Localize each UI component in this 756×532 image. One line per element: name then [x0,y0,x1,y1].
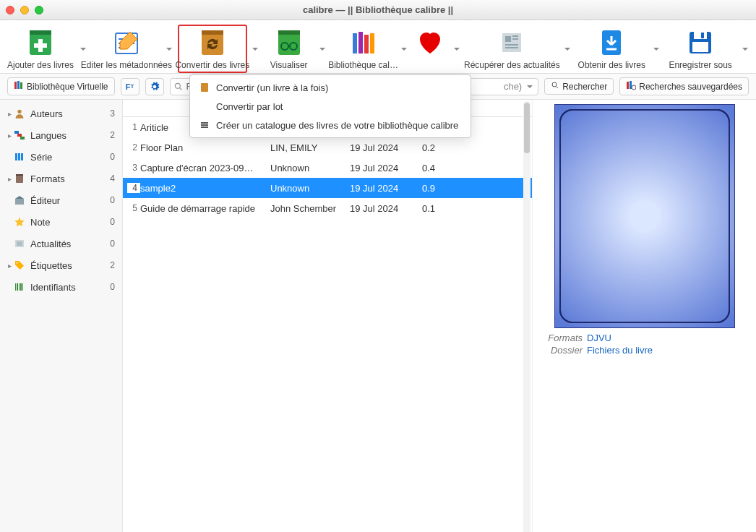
book-size: 0.9 [422,183,451,194]
edit-metadata-button[interactable]: Editer les métadonnées [92,25,161,73]
svg-rect-61 [201,83,208,92]
virtual-library-button[interactable]: Bibliothèque Virtuelle [7,77,115,95]
dossier-label: Dossier [543,345,583,356]
flags-icon [13,129,26,142]
star-icon [13,215,26,228]
book-date: 19 Jul 2024 [350,183,422,194]
scrollbar-thumb[interactable] [524,103,530,153]
formats-value[interactable]: DJVU [587,332,611,343]
virtual-library-label: Bibliothèque Virtuelle [27,82,108,92]
fetch-news-caret[interactable] [562,25,572,73]
sidebar-item-identifiants[interactable]: Identifiants 0 [0,276,122,298]
chevron-right-icon: ▸ [6,262,13,270]
book-row[interactable]: 5Guide de démarrage rapideJohn Schember1… [123,198,532,218]
fulltext-search-button[interactable]: FT [121,78,139,95]
get-books-button[interactable]: Obtenir des livres [575,25,648,73]
book-title: Floor Plan [140,142,270,153]
row-number: 3 [127,163,140,173]
donate-button[interactable] [412,25,448,73]
edit-metadata-caret[interactable] [164,25,175,73]
dossier-value[interactable]: Fichiers du livre [587,345,653,356]
chevron-right-icon: ▸ [6,110,13,118]
svg-rect-19 [502,33,521,52]
book-author: John Schember [270,203,350,214]
menu-convert-single[interactable]: Convertir (un livre à la fois) [190,78,471,97]
book-date: 19 Jul 2024 [350,163,422,173]
floppy-disk-icon [685,27,716,58]
svg-rect-28 [694,32,707,39]
view-book-caret[interactable] [317,25,328,73]
save-to-disk-button[interactable]: Enregistrer sous [664,25,736,73]
titlebar: calibre — || Bibliothèque calibre || [0,0,756,20]
book-row[interactable]: 2Floor PlanLIN, EMILY19 Jul 20240.2 [123,137,532,158]
search-button[interactable]: Rechercher [544,78,614,95]
person-icon [13,107,26,120]
book-title: Guide de démarrage rapide [140,203,270,214]
add-book-icon [25,27,56,58]
view-book-button[interactable]: Visualiser [264,25,314,73]
svg-rect-57 [17,283,18,291]
pencil-note-icon [111,27,142,58]
svg-point-55 [17,262,18,264]
svg-rect-18 [370,33,374,53]
toolbar-label: Convertir des livres [175,60,249,70]
sidebar-item-serie[interactable]: Série 0 [0,146,122,168]
convert-books-caret[interactable] [250,25,261,73]
svg-rect-20 [505,36,511,42]
catalog-icon [199,119,210,131]
fetch-news-button[interactable]: Récupérer des actualités [465,25,559,73]
svg-rect-32 [17,81,20,89]
book-date: 19 Jul 2024 [350,203,422,214]
add-books-button[interactable]: Ajouter des livres [6,25,75,73]
heart-icon [415,27,445,58]
toolbar-label: Visualiser [270,60,308,70]
sidebar-item-langues[interactable]: ▸ Langues 2 [0,124,122,146]
chevron-right-icon: ▸ [6,132,13,140]
sidebar-item-editeur[interactable]: Éditeur 0 [0,189,122,211]
sidebar-item-auteurs[interactable]: ▸ Auteurs 3 [0,103,122,124]
book-list: 1Ariticle2Floor PlanLIN, EMILY19 Jul 202… [123,100,532,532]
book-cover[interactable] [554,104,735,328]
menu-create-catalog[interactable]: Créer un catalogue des livres de votre b… [190,116,471,134]
convert-books-button[interactable]: Convertir des livres [178,25,247,73]
scrollbar[interactable] [523,101,531,532]
toolbar-label: Récupérer des actualités [464,60,560,70]
donate-caret[interactable] [451,25,462,73]
newspaper-icon [497,27,527,58]
saved-search-icon [626,80,636,93]
book-size: 0.2 [422,142,451,153]
toolbar-label: Enregistrer sous [669,60,731,70]
svg-rect-17 [364,35,369,53]
book-row[interactable]: 3Capture d'écran 2023-09…Unknown19 Jul 2… [123,158,532,178]
get-books-caret[interactable] [650,25,661,73]
svg-rect-9 [202,30,223,35]
book-size: 0.1 [422,203,451,214]
book-title: Capture d'écran 2023-09… [140,163,270,173]
book-title: sample2 [140,183,270,194]
svg-rect-43 [17,134,22,137]
bookshelf-small-icon [14,80,24,93]
save-to-disk-caret[interactable] [739,25,750,73]
sidebar-item-note[interactable]: Note 0 [0,211,122,233]
convert-book-icon [197,27,228,58]
book-details-panel: Formats DJVU Dossier Fichiers du livre [532,100,756,532]
sidebar-item-etiquettes[interactable]: ▸ Étiquettes 2 [0,254,122,276]
svg-rect-38 [627,82,629,89]
saved-searches-button[interactable]: Recherches sauvegardées [619,77,749,95]
menu-convert-bulk[interactable]: Convertir par lot [190,97,471,116]
svg-rect-49 [16,174,23,176]
svg-rect-16 [358,32,363,53]
svg-rect-64 [201,126,208,128]
svg-rect-60 [22,283,23,291]
svg-rect-30 [692,42,708,52]
library-caret[interactable] [399,25,410,73]
book-author: LIN, EMILY [270,142,350,153]
sidebar-item-actualites[interactable]: Actualités 0 [0,233,122,254]
library-button[interactable]: Bibliothèque cal… [331,25,396,73]
book-size: 0.4 [422,163,451,173]
book-row[interactable]: 4sample2Unknown19 Jul 20240.9 [123,178,532,198]
sidebar-item-formats[interactable]: ▸ Formats 4 [0,168,122,189]
book-author: Unknown [270,163,350,173]
tag-browser: ▸ Auteurs 3 ▸ Langues 2 Série 0 ▸ Format… [0,100,123,532]
search-settings-button[interactable] [145,78,164,95]
